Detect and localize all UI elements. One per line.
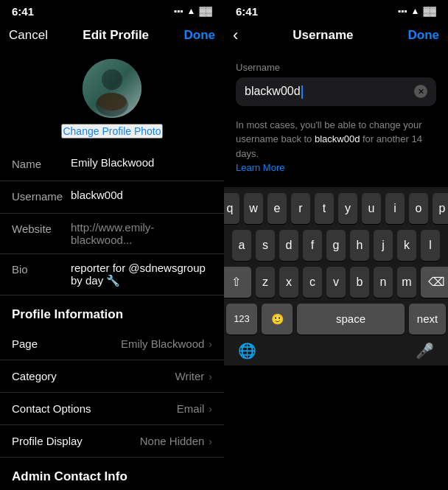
website-value[interactable]: http://www.emily-blackwood... bbox=[71, 221, 212, 246]
profile-area: Change Profile Photo bbox=[0, 53, 224, 149]
done-button[interactable]: Done bbox=[184, 28, 216, 43]
key-m[interactable]: m bbox=[397, 267, 416, 298]
learn-more-link[interactable]: Learn More bbox=[236, 162, 284, 173]
username-info-text: In most cases, you'll be able to change … bbox=[224, 112, 448, 187]
key-b[interactable]: b bbox=[350, 267, 369, 298]
back-button[interactable]: ‹ bbox=[233, 26, 238, 45]
left-status-bar: 6:41 ▪▪▪ ▲ ▓▓ bbox=[0, 0, 224, 21]
svg-point-3 bbox=[97, 93, 127, 111]
keyboard-bottom-row: 123 🙂 space next bbox=[226, 304, 446, 335]
username-label: Username bbox=[12, 189, 71, 203]
contact-chevron-icon: › bbox=[209, 403, 212, 415]
avatar[interactable] bbox=[83, 59, 141, 118]
name-row: Name Emily Blackwood bbox=[0, 149, 224, 181]
key-z[interactable]: z bbox=[256, 267, 275, 298]
clear-input-button[interactable]: ✕ bbox=[414, 85, 427, 98]
username-value[interactable]: blackw00d bbox=[71, 189, 212, 201]
key-d[interactable]: d bbox=[279, 230, 298, 261]
right-done-button[interactable]: Done bbox=[407, 28, 439, 43]
change-profile-photo-button[interactable]: Change Profile Photo bbox=[61, 124, 162, 139]
key-g[interactable]: g bbox=[326, 230, 346, 261]
avatar-image bbox=[83, 59, 141, 118]
contact-value: Email bbox=[177, 402, 205, 415]
edit-profile-title: Edit Profile bbox=[83, 28, 149, 43]
microphone-icon[interactable]: 🎤 bbox=[416, 342, 434, 360]
display-right: None Hidden › bbox=[140, 435, 212, 447]
key-q[interactable]: q bbox=[224, 193, 239, 224]
key-l[interactable]: l bbox=[421, 230, 440, 261]
signal-icon: ▪▪▪ bbox=[174, 6, 183, 16]
key-c[interactable]: c bbox=[303, 267, 322, 298]
key-p[interactable]: p bbox=[433, 193, 448, 224]
key-h[interactable]: h bbox=[350, 230, 369, 261]
back-chevron-icon: ‹ bbox=[233, 26, 238, 45]
username-field-label: Username bbox=[236, 62, 436, 73]
right-nav-bar: ‹ Username Done bbox=[224, 21, 448, 53]
username-input-wrapper[interactable]: blackw00d ✕ bbox=[236, 77, 436, 106]
svg-point-1 bbox=[102, 69, 122, 90]
battery-icon: ▓▓ bbox=[200, 6, 213, 16]
contact-row[interactable]: Contact Options Email › bbox=[0, 393, 224, 425]
globe-icon[interactable]: 🌐 bbox=[238, 342, 256, 360]
key-y[interactable]: y bbox=[338, 193, 357, 224]
page-chevron-icon: › bbox=[209, 338, 212, 350]
username-section: Username blackw00d ✕ bbox=[224, 53, 448, 112]
delete-key[interactable]: ⌫ bbox=[421, 267, 448, 298]
key-v[interactable]: v bbox=[326, 267, 346, 298]
category-value: Writer bbox=[175, 370, 205, 382]
key-r[interactable]: r bbox=[291, 193, 310, 224]
shift-key[interactable]: ⇧ bbox=[224, 267, 251, 298]
page-row[interactable]: Page Emily Blackwood › bbox=[0, 328, 224, 360]
left-status-icons: ▪▪▪ ▲ ▓▓ bbox=[174, 6, 212, 16]
right-time: 6:41 bbox=[236, 5, 258, 18]
username-input-text: blackw00d bbox=[245, 85, 301, 97]
bio-value[interactable]: reporter for @sdnewsgroup by day 🔧 bbox=[71, 262, 212, 287]
right-wifi-icon: ▲ bbox=[411, 6, 420, 16]
category-row[interactable]: Category Writer › bbox=[0, 360, 224, 393]
key-n[interactable]: n bbox=[374, 267, 393, 298]
key-e[interactable]: e bbox=[267, 193, 287, 224]
category-chevron-icon: › bbox=[209, 371, 212, 382]
key-s[interactable]: s bbox=[256, 230, 275, 261]
cursor bbox=[301, 85, 303, 99]
username-page-title: Username bbox=[293, 28, 353, 43]
display-label: Profile Display bbox=[12, 435, 83, 447]
page-right: Emily Blackwood › bbox=[121, 337, 212, 350]
key-u[interactable]: u bbox=[362, 193, 381, 224]
key-a[interactable]: a bbox=[232, 230, 251, 261]
key-f[interactable]: f bbox=[303, 230, 322, 261]
space-key[interactable]: space bbox=[297, 304, 405, 335]
right-status-bar: 6:41 ▪▪▪ ▲ ▓▓ bbox=[224, 0, 448, 21]
right-status-icons: ▪▪▪ ▲ ▓▓ bbox=[398, 6, 436, 16]
left-panel: 6:41 ▪▪▪ ▲ ▓▓ Cancel Edit Profile Done bbox=[0, 0, 224, 490]
username-input[interactable]: blackw00d bbox=[245, 85, 414, 99]
page-label: Page bbox=[12, 337, 38, 350]
keyboard: q w e r t y u i o p a s d f g h j k l ⇧ … bbox=[224, 187, 448, 365]
username-row: Username blackw00d bbox=[0, 181, 224, 214]
name-label: Name bbox=[12, 156, 71, 170]
bio-label: Bio bbox=[12, 262, 71, 276]
right-panel: 6:41 ▪▪▪ ▲ ▓▓ ‹ Username Done Username b… bbox=[224, 0, 448, 490]
emoji-key[interactable]: 🙂 bbox=[262, 304, 293, 335]
key-i[interactable]: i bbox=[385, 193, 405, 224]
name-value[interactable]: Emily Blackwood bbox=[71, 156, 212, 169]
website-row: Website http://www.emily-blackwood... bbox=[0, 214, 224, 254]
key-w[interactable]: w bbox=[244, 193, 263, 224]
key-o[interactable]: o bbox=[409, 193, 428, 224]
website-label: Website bbox=[12, 221, 71, 235]
numbers-key[interactable]: 123 bbox=[226, 304, 257, 335]
key-j[interactable]: j bbox=[374, 230, 393, 261]
contact-label: Contact Options bbox=[12, 402, 91, 415]
next-key[interactable]: next bbox=[409, 304, 446, 335]
cancel-button[interactable]: Cancel bbox=[9, 28, 48, 43]
key-k[interactable]: k bbox=[397, 230, 416, 261]
right-signal-icon: ▪▪▪ bbox=[398, 6, 407, 16]
display-row[interactable]: Profile Display None Hidden › bbox=[0, 425, 224, 458]
key-t[interactable]: t bbox=[315, 193, 334, 224]
bio-row: Bio reporter for @sdnewsgroup by day 🔧 bbox=[0, 254, 224, 295]
keyboard-row-2: a s d f g h j k l bbox=[226, 230, 446, 261]
keyboard-row-3: ⇧ z x c v b n m ⌫ bbox=[226, 267, 446, 298]
right-battery-icon: ▓▓ bbox=[424, 6, 437, 16]
wifi-icon: ▲ bbox=[187, 6, 196, 16]
key-x[interactable]: x bbox=[279, 267, 298, 298]
